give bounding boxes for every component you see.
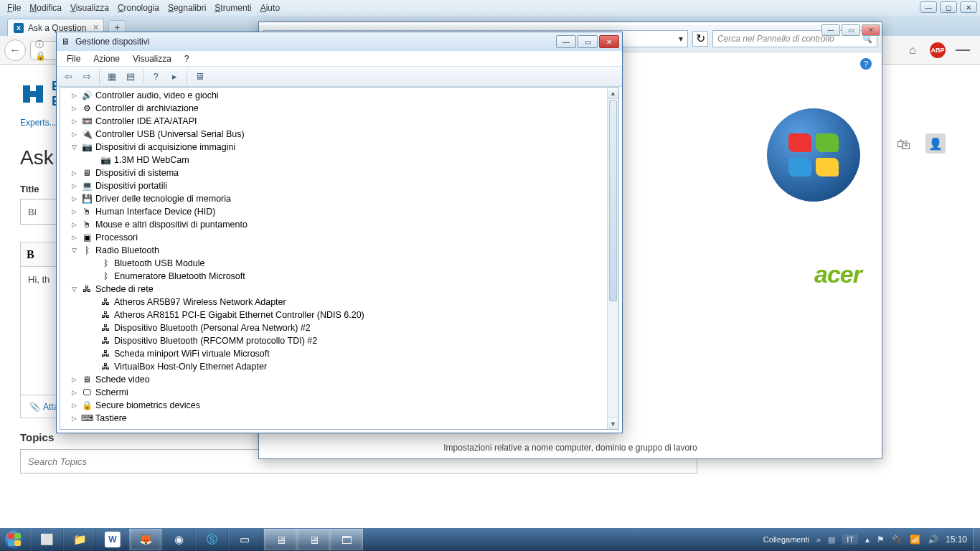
device-tree-item[interactable]: ᛒBluetooth USB Module: [60, 257, 607, 270]
dm-close-button[interactable]: ✕: [599, 35, 619, 48]
device-tree-item[interactable]: 🖧Atheros AR5B97 Wireless Network Adapter: [60, 296, 607, 309]
device-tree-item[interactable]: ᛒEnumeratore Bluetooth Microsoft: [60, 270, 607, 283]
ff-menu-history[interactable]: Cronologia: [113, 1, 164, 14]
menu-icon[interactable]: [956, 43, 970, 57]
expand-icon[interactable]: [70, 131, 78, 138]
tb-skype[interactable]: Ⓢ: [195, 529, 228, 550]
back-button[interactable]: ←: [4, 39, 26, 61]
device-tree-item[interactable]: 🖧Schede di rete: [60, 283, 607, 296]
ff-menu-edit[interactable]: Modifica: [25, 1, 66, 14]
expand-icon[interactable]: [70, 402, 78, 410]
tb-chrome[interactable]: ◉: [162, 529, 195, 550]
tray-up-icon[interactable]: ▴: [865, 534, 870, 545]
avatar[interactable]: 👤: [925, 133, 946, 154]
device-tree-item[interactable]: 🖥Schede video: [60, 373, 607, 386]
expand-icon[interactable]: [70, 376, 78, 384]
device-tree-item[interactable]: 🖧Atheros AR8151 PCI-E Gigabit Ethernet C…: [60, 309, 607, 321]
dm-back-button[interactable]: ⇦: [60, 69, 77, 85]
ff-menu-help[interactable]: Aiuto: [256, 1, 284, 14]
scroll-thumb[interactable]: [609, 100, 617, 301]
expand-icon[interactable]: [70, 208, 78, 216]
tray-links[interactable]: Collegamenti: [763, 535, 809, 544]
expand-icon[interactable]: [70, 286, 78, 293]
device-tree-item[interactable]: 📷Dispositivi di acquisizione immagini: [60, 141, 607, 154]
scroll-up-icon[interactable]: ▲: [608, 88, 618, 99]
dm-tree[interactable]: 🔊Controller audio, video e giochi⚙Contro…: [60, 88, 607, 429]
dm-menu-action[interactable]: Azione: [88, 52, 126, 65]
tb-app-1[interactable]: ⬜: [30, 529, 63, 550]
show-desktop-button[interactable]: [973, 528, 980, 551]
url-bar[interactable]: ⓘ 🔒: [30, 41, 59, 60]
cp-close-button[interactable]: ✕: [862, 24, 880, 36]
device-tree-item[interactable]: 🖧Dispositivo Bluetooth (Personal Area Ne…: [60, 321, 607, 334]
tb-other[interactable]: 🗔: [330, 529, 363, 550]
ff-minimize-button[interactable]: —: [920, 1, 937, 13]
tray-network-icon[interactable]: 📶: [910, 534, 920, 545]
device-tree-item[interactable]: 🖱Mouse e altri dispositivi di puntamento: [60, 218, 607, 231]
tb-cp[interactable]: 🖥: [264, 529, 297, 550]
expand-icon[interactable]: [70, 247, 78, 255]
tb-word[interactable]: W: [105, 532, 121, 547]
ff-menu-tools[interactable]: Strumenti: [210, 1, 255, 14]
tb-app-2[interactable]: ▭: [228, 529, 261, 550]
dm-titlebar[interactable]: 🖥 Gestione dispositivi — ▭ ✕: [57, 32, 622, 51]
device-tree-item[interactable]: 🖵Schermi: [60, 386, 607, 399]
dm-scan-button[interactable]: 🖥: [191, 69, 208, 85]
dm-menu-help[interactable]: ?: [179, 52, 195, 65]
tb-firefox[interactable]: 🦊: [129, 529, 162, 550]
home-icon[interactable]: ⌂: [905, 43, 920, 57]
shopping-icon[interactable]: 🛍: [897, 136, 911, 153]
tb-dm[interactable]: 🖥: [297, 529, 330, 550]
ff-maximize-button[interactable]: ◻: [940, 1, 957, 13]
device-tree-item[interactable]: ⚙Controller di archiviazione: [60, 102, 607, 115]
tray-volume-icon[interactable]: 🔊: [928, 534, 938, 545]
ff-close-button[interactable]: ✕: [960, 1, 977, 13]
expand-icon[interactable]: [70, 221, 78, 229]
expand-icon[interactable]: [70, 389, 78, 397]
tray-flag-icon[interactable]: ⚑: [877, 534, 885, 545]
expand-icon[interactable]: [70, 169, 78, 177]
device-tree-item[interactable]: 📷1.3M HD WebCam: [60, 154, 607, 166]
device-tree-item[interactable]: 🖥Dispositivi di sistema: [60, 166, 607, 179]
dm-properties-button[interactable]: ▸: [166, 69, 183, 85]
tb-explorer[interactable]: 📁: [63, 529, 96, 550]
dm-view-button[interactable]: ▦: [103, 69, 121, 85]
expand-icon[interactable]: [70, 143, 78, 151]
cp-minimize-button[interactable]: —: [821, 24, 840, 36]
ff-menu-file[interactable]: File: [3, 1, 25, 14]
expand-icon[interactable]: [70, 182, 78, 190]
ff-menu-view[interactable]: Visualizza: [66, 1, 113, 14]
expand-icon[interactable]: [70, 118, 78, 126]
adblock-icon[interactable]: ABP: [930, 42, 946, 58]
dm-minimize-button[interactable]: —: [556, 35, 576, 48]
expand-icon[interactable]: [70, 105, 78, 113]
cp-refresh-button[interactable]: ↻: [692, 31, 708, 47]
dm-menu-view[interactable]: Visualizza: [127, 52, 177, 65]
dm-scrollbar[interactable]: ▲ ▼: [607, 88, 618, 429]
device-tree-item[interactable]: 🔊Controller audio, video e giochi: [60, 89, 607, 102]
device-tree-item[interactable]: 📼Controller IDE ATA/ATAPI: [60, 115, 607, 128]
device-tree-item[interactable]: 🖧Scheda miniport WiFi virtuale Microsoft: [60, 347, 607, 360]
expand-icon[interactable]: [70, 92, 78, 100]
tray-language[interactable]: IT: [842, 534, 858, 545]
device-tree-item[interactable]: ᛒRadio Bluetooth: [60, 244, 607, 257]
cp-maximize-button[interactable]: ▭: [842, 24, 860, 36]
device-tree-item[interactable]: ⌨Tastiere: [60, 412, 607, 425]
dm-help-button[interactable]: ?: [147, 69, 164, 85]
device-tree-item[interactable]: ▣Processori: [60, 231, 607, 244]
ff-menu-bookmarks[interactable]: Segnalibri: [164, 1, 210, 14]
dm-menu-file[interactable]: File: [61, 52, 86, 65]
tray-power-icon[interactable]: 🔌: [892, 534, 903, 545]
device-tree-item[interactable]: 🔌Controller USB (Universal Serial Bus): [60, 128, 607, 141]
dm-forward-button[interactable]: ⇨: [78, 69, 95, 85]
device-tree-item[interactable]: 🖱Human Interface Device (HID): [60, 205, 607, 218]
expand-icon[interactable]: [70, 195, 78, 203]
dm-details-button[interactable]: ▤: [122, 69, 139, 85]
device-tree-item[interactable]: 🖧Dispositivo Bluetooth (RFCOMM protocoll…: [60, 334, 607, 347]
expand-icon[interactable]: [70, 415, 78, 423]
start-button[interactable]: [0, 528, 29, 551]
device-tree-item[interactable]: 💻Dispositivi portatili: [60, 179, 607, 192]
expand-icon[interactable]: [70, 234, 78, 242]
scroll-down-icon[interactable]: ▼: [608, 418, 618, 429]
device-tree-item[interactable]: 💾Driver delle tecnologie di memoria: [60, 192, 607, 205]
